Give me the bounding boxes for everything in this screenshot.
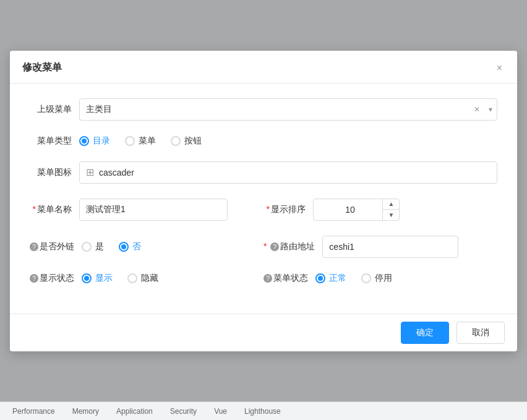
- devtools-bar: Performance Memory Application Security …: [0, 401, 527, 420]
- select-arrow-icon: ▾: [489, 105, 492, 114]
- edit-menu-dialog: 修改菜单 × 上级菜单 ✕ ▾ 菜单类型 目录: [10, 51, 517, 351]
- external-label: ?是否外链: [30, 241, 82, 252]
- radio-circle-disabled: [361, 273, 371, 283]
- display-order-label: 显示排序: [264, 204, 313, 215]
- radio-label-normal: 正常: [329, 273, 346, 284]
- radio-circle-no: [119, 242, 129, 252]
- parent-menu-row: 上级菜单 ✕ ▾: [30, 98, 497, 121]
- radio-label-hide: 隐藏: [141, 273, 158, 284]
- route-label: ?路由地址: [264, 241, 322, 252]
- display-status-help-icon[interactable]: ?: [30, 274, 38, 283]
- menu-name-input[interactable]: [79, 199, 228, 221]
- menu-status-label: ?菜单状态: [264, 273, 315, 284]
- menu-name-half: 菜单名称: [30, 199, 264, 221]
- radio-menu[interactable]: 菜单: [125, 135, 156, 147]
- confirm-button[interactable]: 确定: [401, 322, 449, 344]
- external-route-row: ?是否外链 是 否 ?路由地址: [30, 236, 497, 258]
- external-half: ?是否外链 是 否: [30, 241, 264, 252]
- radio-circle-hide: [127, 273, 137, 283]
- radio-circle-show: [82, 273, 92, 283]
- radio-circle-dir: [79, 136, 89, 146]
- cancel-button[interactable]: 取消: [456, 322, 505, 344]
- tab-security[interactable]: Security: [163, 405, 204, 418]
- radio-hide[interactable]: 隐藏: [127, 273, 158, 284]
- radio-label-menu: 菜单: [139, 135, 156, 147]
- icon-grid-icon: ⊞: [86, 166, 94, 178]
- radio-label-yes: 是: [95, 241, 104, 252]
- parent-menu-control: ✕ ▾: [79, 98, 497, 121]
- menu-name-label: 菜单名称: [30, 204, 79, 215]
- number-down-arrow[interactable]: ▼: [383, 210, 400, 221]
- menu-icon-input[interactable]: [99, 168, 491, 178]
- menu-icon-wrapper: ⊞: [79, 161, 497, 184]
- tab-performance[interactable]: Performance: [5, 405, 62, 418]
- parent-menu-label: 上级菜单: [30, 104, 79, 115]
- external-radio-group: 是 否: [82, 241, 141, 252]
- route-input[interactable]: [322, 236, 458, 258]
- radio-disabled[interactable]: 停用: [361, 273, 392, 284]
- menu-icon-label: 菜单图标: [30, 167, 79, 178]
- select-clear-icon[interactable]: ✕: [474, 105, 480, 114]
- menu-name-control: [79, 199, 264, 221]
- menu-type-row: 菜单类型 目录 菜单 按钮: [30, 135, 497, 147]
- radio-circle-yes: [82, 242, 92, 252]
- radio-circle-button: [171, 136, 181, 146]
- route-help-icon[interactable]: ?: [270, 242, 279, 251]
- radio-external-yes[interactable]: 是: [82, 241, 104, 252]
- radio-circle-menu: [125, 136, 135, 146]
- route-control: [322, 236, 458, 258]
- tab-application[interactable]: Application: [109, 405, 160, 418]
- menu-status-help-icon[interactable]: ?: [264, 274, 272, 283]
- number-arrows: ▲ ▼: [382, 199, 400, 221]
- radio-normal[interactable]: 正常: [315, 273, 346, 284]
- status-row: ?显示状态 显示 隐藏 ?菜单状: [30, 273, 497, 284]
- display-status-label: ?显示状态: [30, 273, 82, 284]
- tab-memory[interactable]: Memory: [65, 405, 106, 418]
- menu-icon-row: 菜单图标 ⊞: [30, 161, 497, 184]
- display-order-half: 显示排序 ▲ ▼: [264, 199, 497, 221]
- close-button[interactable]: ×: [494, 61, 505, 75]
- name-order-row: 菜单名称 显示排序 ▲ ▼: [30, 199, 497, 221]
- display-order-wrapper: ▲ ▼: [313, 199, 400, 221]
- radio-circle-normal: [315, 273, 325, 283]
- radio-show[interactable]: 显示: [82, 273, 113, 284]
- menu-type-radio-group: 目录 菜单 按钮: [79, 135, 497, 147]
- radio-label-no: 否: [132, 241, 141, 252]
- radio-label-dir: 目录: [93, 135, 110, 147]
- radio-label-show: 显示: [95, 273, 113, 284]
- radio-label-button: 按钮: [184, 135, 202, 147]
- modal-overlay: 修改菜单 × 上级菜单 ✕ ▾ 菜单类型 目录: [0, 0, 527, 401]
- dialog-body: 上级菜单 ✕ ▾ 菜单类型 目录 菜单: [10, 84, 517, 314]
- tab-vue[interactable]: Vue: [207, 405, 234, 418]
- route-half: ?路由地址: [264, 236, 497, 258]
- tab-lighthouse[interactable]: Lighthouse: [237, 405, 288, 418]
- menu-status-radio-group: 正常 停用: [315, 273, 392, 284]
- display-status-half: ?显示状态 显示 隐藏: [30, 273, 264, 284]
- menu-type-label: 菜单类型: [30, 135, 79, 147]
- external-help-icon[interactable]: ?: [30, 242, 38, 251]
- radio-label-disabled: 停用: [375, 273, 392, 284]
- menu-status-half: ?菜单状态 正常 停用: [264, 273, 497, 284]
- number-up-arrow[interactable]: ▲: [383, 199, 400, 210]
- dialog-header: 修改菜单 ×: [10, 51, 517, 84]
- dialog-footer: 确定 取消: [10, 314, 517, 351]
- radio-dir[interactable]: 目录: [79, 135, 110, 147]
- parent-menu-input[interactable]: [79, 98, 497, 121]
- display-status-radio-group: 显示 隐藏: [82, 273, 158, 284]
- dialog-title: 修改菜单: [22, 61, 62, 74]
- radio-external-no[interactable]: 否: [119, 241, 141, 252]
- radio-button[interactable]: 按钮: [171, 135, 202, 147]
